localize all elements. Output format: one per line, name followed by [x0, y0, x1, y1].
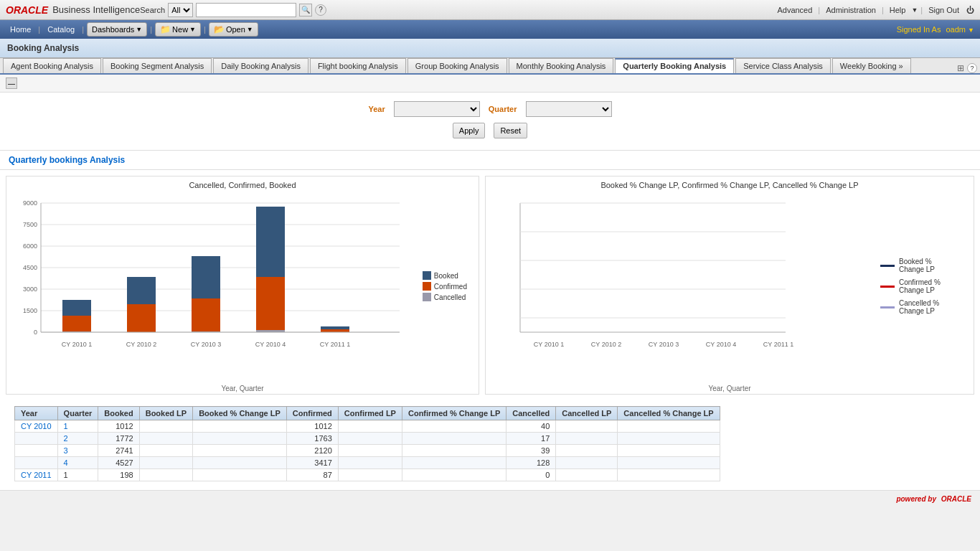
table-cell[interactable]: 3	[57, 445, 98, 457]
bar-chart-svg: 9000 7500 6000 4500 3000 1500 0	[12, 192, 407, 379]
table-cell	[618, 469, 720, 481]
charts-area: Cancelled, Confirmed, Booked 9000 7500 6…	[0, 170, 980, 400]
svg-text:9000: 9000	[23, 199, 37, 207]
col-confirmed-lp: Confirmed LP	[338, 407, 402, 420]
table-cell[interactable]: 4	[57, 457, 98, 469]
bar-chart-x-label: Year, Quarter	[6, 383, 479, 394]
bar-chart-container: Cancelled, Confirmed, Booked 9000 7500 6…	[6, 176, 479, 395]
search-button[interactable]: 🔍	[299, 4, 312, 17]
legend-booked-label: Booked	[434, 272, 458, 280]
table-cell	[193, 457, 287, 469]
legend-confirmed-pct: Confirmed %Change LP	[880, 278, 962, 294]
dashboards-button[interactable]: Dashboards ▼	[87, 22, 147, 37]
bi-title: Business Intelligence	[52, 4, 140, 15]
table-cell: 2741	[98, 445, 139, 457]
open-button[interactable]: 📂 Open ▼	[209, 22, 258, 37]
col-confirmed-pct: Confirmed % Change LP	[402, 407, 506, 420]
table-row: 445273417128	[15, 457, 720, 469]
new-button[interactable]: 📁 New ▼	[155, 22, 201, 37]
tab-quarterly[interactable]: Quarterly Booking Analysis	[615, 58, 734, 73]
svg-text:4500: 4500	[23, 264, 37, 271]
col-booked: Booked	[98, 407, 139, 420]
year-select[interactable]	[394, 101, 480, 117]
svg-rect-25	[256, 207, 285, 277]
svg-text:6000: 6000	[23, 242, 37, 250]
booking-analysis-title: Booking Analysis	[7, 43, 79, 53]
home-link[interactable]: Home	[6, 25, 35, 34]
administration-link[interactable]: Administration	[823, 6, 879, 14]
signed-in-label: Signed In As	[897, 25, 941, 34]
new-folder-icon: 📁	[160, 24, 171, 34]
table-row: CY 201011012101240	[15, 420, 720, 433]
footer-brand: ORACLE	[941, 495, 971, 503]
help-icon[interactable]: ?	[315, 4, 326, 16]
svg-rect-27	[321, 326, 349, 329]
top-bar-right: Advanced | Administration | Help ▼ | Sig…	[774, 6, 974, 14]
table-cell: 40	[507, 420, 556, 433]
legend-cancelled-label: Cancelled	[434, 293, 466, 301]
table-cell[interactable]: 2	[57, 433, 98, 445]
svg-text:7500: 7500	[23, 221, 37, 228]
tab-daily[interactable]: Daily Booking Analysis	[213, 58, 308, 73]
filter-buttons-row: Apply Reset	[0, 123, 980, 138]
username: oadm	[946, 25, 966, 34]
open-folder-icon: 📂	[214, 24, 225, 34]
legend-booked-color	[423, 271, 431, 280]
table-cell: 4527	[98, 457, 139, 469]
legend-cancelled-pct-color	[880, 306, 895, 309]
reset-button[interactable]: Reset	[494, 123, 527, 138]
line-chart-title: Booked % Change LP, Confirmed % Change L…	[486, 176, 974, 192]
apply-button[interactable]: Apply	[453, 123, 486, 138]
svg-rect-18	[127, 304, 156, 332]
table-cell	[556, 457, 618, 469]
help-link[interactable]: Help	[887, 6, 909, 14]
nav-bar: Home | Catalog | Dashboards ▼ | 📁 New ▼ …	[0, 20, 980, 39]
table-cell: 1772	[98, 433, 139, 445]
tab-weekly[interactable]: Weekly Booking »	[832, 58, 911, 73]
table-cell: 17	[507, 433, 556, 445]
table-cell	[338, 420, 402, 433]
search-area: Search All 🔍 ?	[140, 3, 326, 17]
legend-booked: Booked	[423, 271, 467, 280]
table-cell	[139, 420, 192, 433]
help-dropdown-icon[interactable]: ▼	[911, 6, 918, 14]
table-cell: 2120	[286, 445, 338, 457]
user-dropdown-icon[interactable]: ▼	[968, 27, 974, 34]
table-cell[interactable]: CY 2010	[15, 420, 58, 433]
advanced-link[interactable]: Advanced	[774, 6, 815, 14]
legend-confirmed-pct-color	[880, 286, 895, 288]
quarter-select[interactable]	[526, 101, 612, 117]
table-cell	[618, 457, 720, 469]
table-cell: 1012	[286, 420, 338, 433]
tab-monthly[interactable]: Monthly Booking Analysis	[509, 58, 614, 73]
oracle-logo: ORACLE	[6, 4, 48, 16]
legend-booked-pct-label: Booked %Change LP	[899, 258, 935, 273]
signed-in-area: Signed In As oadm ▼	[897, 25, 974, 34]
tab-service[interactable]: Service Class Analysis	[735, 58, 831, 73]
table-cell[interactable]: CY 2011	[15, 469, 58, 481]
tab-flight[interactable]: Flight booking Analysis	[310, 58, 406, 73]
search-input[interactable]	[196, 3, 296, 17]
logo-area: ORACLE Business Intelligence	[6, 4, 140, 16]
signout-link[interactable]: Sign Out	[925, 6, 962, 14]
table-cell: 39	[507, 445, 556, 457]
svg-rect-22	[192, 256, 220, 298]
table-cell	[618, 445, 720, 457]
collapse-button[interactable]: —	[6, 77, 17, 89]
tab-agent[interactable]: Agent Booking Analysis	[3, 58, 101, 73]
table-view-icon[interactable]: ⊞	[957, 63, 964, 73]
catalog-link[interactable]: Catalog	[43, 25, 79, 34]
legend-confirmed: Confirmed	[423, 282, 467, 291]
tabs-bar: Agent Booking Analysis Booking Segment A…	[0, 58, 980, 75]
svg-rect-19	[127, 277, 156, 304]
tab-segment[interactable]: Booking Segment Analysis	[103, 58, 212, 73]
bar-chart-title: Cancelled, Confirmed, Booked	[6, 176, 479, 192]
table-cell: 198	[98, 469, 139, 481]
table-cell	[193, 433, 287, 445]
table-cell[interactable]: 1	[57, 420, 98, 433]
tab-help-icon[interactable]: ?	[967, 63, 977, 73]
svg-text:CY 2011 1: CY 2011 1	[763, 341, 793, 348]
search-select[interactable]: All	[168, 3, 193, 17]
tab-group[interactable]: Group Booking Analysis	[407, 58, 507, 73]
table-cell: 87	[286, 469, 338, 481]
